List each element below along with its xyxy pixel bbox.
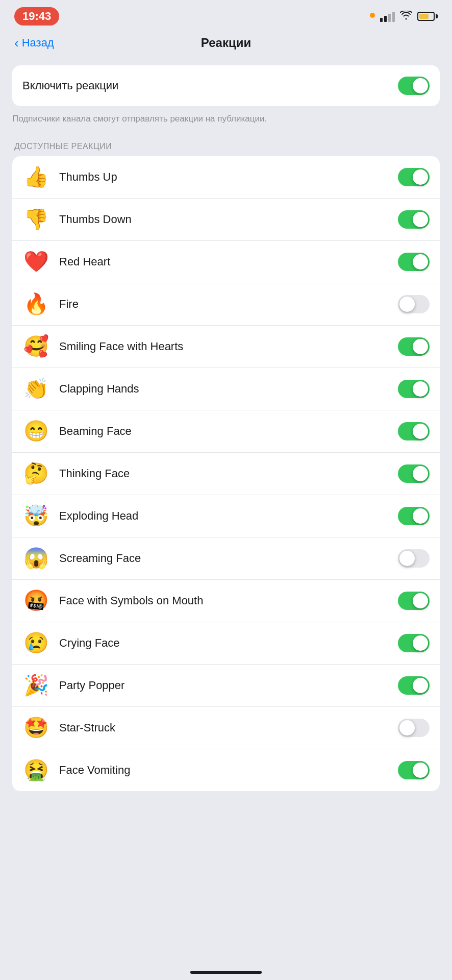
toggle-knob (413, 424, 428, 439)
main-toggle-knob (413, 78, 428, 93)
reaction-name: Exploding Head (59, 509, 398, 523)
reaction-toggle-5[interactable] (398, 380, 430, 398)
reaction-emoji: 🤔 (22, 460, 50, 487)
reaction-toggle-14[interactable] (398, 761, 430, 779)
toggle-knob (399, 297, 415, 312)
reaction-name: Crying Face (59, 636, 398, 650)
reaction-name: Beaming Face (59, 425, 398, 438)
reaction-name: Screaming Face (59, 552, 398, 565)
reaction-emoji: 🎉 (22, 672, 50, 699)
reaction-name: Face with Symbols on Mouth (59, 594, 398, 607)
battery-icon (417, 12, 438, 21)
reaction-toggle-11[interactable] (398, 634, 430, 652)
reaction-toggle-12[interactable] (398, 676, 430, 695)
reaction-row: ❤️Red Heart (12, 241, 440, 283)
reaction-toggle-10[interactable] (398, 592, 430, 610)
reaction-emoji: 🔥 (22, 290, 50, 318)
reaction-toggle-7[interactable] (398, 464, 430, 483)
page-title: Реакции (201, 36, 251, 50)
reaction-emoji: 👏 (22, 375, 50, 403)
toggle-knob (413, 466, 428, 481)
reaction-name: Thinking Face (59, 467, 398, 480)
time-display: 19:43 (14, 7, 59, 26)
toggle-knob (413, 339, 428, 354)
reaction-row: 🥰Smiling Face with Hearts (12, 326, 440, 368)
toggle-knob (413, 254, 428, 270)
reaction-name: Fire (59, 298, 398, 311)
reaction-toggle-6[interactable] (398, 422, 430, 440)
reaction-row: 😁Beaming Face (12, 410, 440, 453)
back-chevron-icon: ‹ (14, 35, 19, 51)
reaction-emoji: 🥰 (22, 333, 50, 360)
reaction-row: 😢Crying Face (12, 622, 440, 665)
toggle-knob (399, 720, 415, 736)
toggle-knob (413, 169, 428, 185)
reaction-row: 👍Thumbs Up (12, 156, 440, 199)
reaction-emoji: 😱 (22, 545, 50, 572)
status-icons (368, 11, 438, 22)
reaction-name: Star-Struck (59, 721, 398, 734)
status-bar: 19:43 (0, 0, 452, 31)
reaction-emoji: ❤️ (22, 248, 50, 276)
reaction-emoji: 🤩 (22, 714, 50, 742)
reaction-name: Face Vomiting (59, 764, 398, 777)
reaction-emoji: 🤯 (22, 502, 50, 530)
reaction-row: 🔥Fire (12, 283, 440, 326)
reaction-row: 🎉Party Popper (12, 665, 440, 707)
orange-dot-container (368, 13, 375, 20)
reaction-toggle-9[interactable] (398, 549, 430, 568)
reaction-row: 🤩Star-Struck (12, 707, 440, 749)
orange-dot-icon (370, 13, 375, 18)
reaction-row: 😱Screaming Face (12, 537, 440, 580)
toggle-knob (413, 635, 428, 651)
reaction-emoji: 🤮 (22, 756, 50, 784)
toggle-knob (413, 508, 428, 524)
reaction-row: 👎Thumbs Down (12, 199, 440, 241)
reactions-list: 👍Thumbs Up👎Thumbs Down❤️Red Heart🔥Fire🥰S… (12, 156, 440, 791)
main-toggle-label: Включить реакции (22, 79, 118, 92)
reaction-row: 🤯Exploding Head (12, 495, 440, 537)
toggle-knob (413, 212, 428, 227)
reaction-toggle-2[interactable] (398, 253, 430, 271)
reaction-toggle-3[interactable] (398, 295, 430, 313)
reaction-name: Party Popper (59, 679, 398, 692)
nav-bar: ‹ Назад Реакции (0, 31, 452, 60)
signal-icon (380, 11, 395, 22)
reaction-emoji: 😢 (22, 629, 50, 657)
toggle-knob (399, 551, 415, 566)
toggle-knob (413, 678, 428, 693)
toggle-knob (413, 381, 428, 397)
section-header: ДОСТУПНЫЕ РЕАКЦИИ (0, 138, 452, 156)
reaction-row: 🤬Face with Symbols on Mouth (12, 580, 440, 622)
toggle-knob (413, 763, 428, 778)
main-toggle-switch[interactable] (398, 77, 430, 95)
main-toggle-card: Включить реакции (12, 65, 440, 106)
reaction-name: Smiling Face with Hearts (59, 340, 398, 353)
back-button[interactable]: ‹ Назад (14, 35, 54, 51)
reaction-emoji: 👍 (22, 163, 50, 191)
reaction-name: Thumbs Down (59, 213, 398, 226)
reaction-row: 🤮Face Vomiting (12, 749, 440, 791)
reaction-toggle-0[interactable] (398, 168, 430, 186)
home-indicator (190, 971, 262, 974)
main-toggle-row: Включить реакции (22, 65, 430, 106)
reaction-name: Red Heart (59, 255, 398, 268)
reaction-toggle-8[interactable] (398, 507, 430, 525)
reaction-emoji: 👎 (22, 206, 50, 233)
reaction-toggle-4[interactable] (398, 337, 430, 356)
reaction-row: 🤔Thinking Face (12, 453, 440, 495)
reaction-row: 👏Clapping Hands (12, 368, 440, 410)
reaction-name: Thumbs Up (59, 170, 398, 184)
reaction-toggle-13[interactable] (398, 719, 430, 737)
toggle-knob (413, 593, 428, 608)
wifi-icon (400, 11, 412, 22)
back-label: Назад (22, 36, 54, 50)
reaction-emoji: 🤬 (22, 587, 50, 615)
description-text: Подписчики канала смогут отправлять реак… (12, 112, 440, 126)
reaction-name: Clapping Hands (59, 382, 398, 396)
reaction-toggle-1[interactable] (398, 210, 430, 229)
reaction-emoji: 😁 (22, 418, 50, 445)
